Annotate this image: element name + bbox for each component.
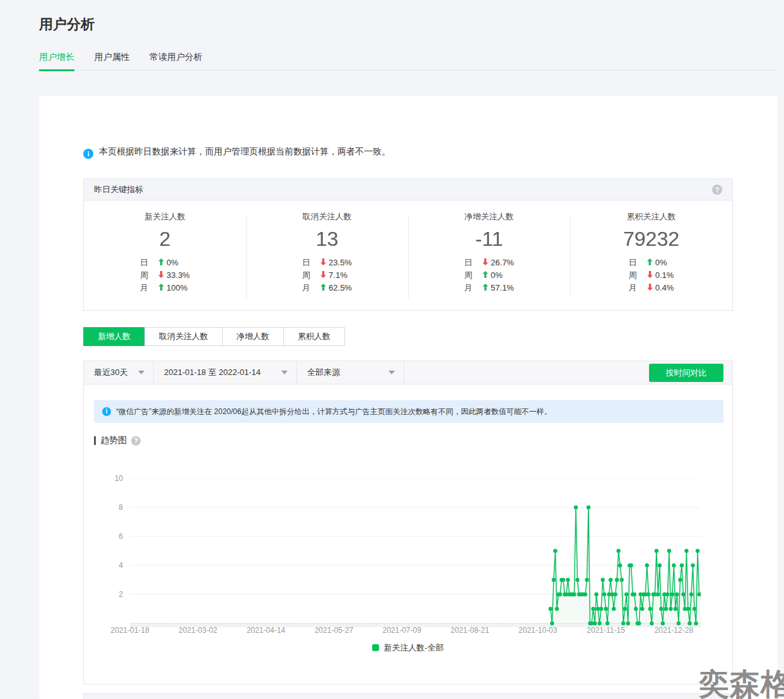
metric-stats: 日0% 周0.1% 月0.4%: [629, 257, 674, 294]
x-axis-label: 2021-10-03: [518, 626, 557, 635]
trend-arrow-icon: [320, 284, 326, 291]
stat-period: 月: [302, 283, 310, 292]
y-axis-label: 8: [105, 503, 123, 512]
stat-period: 日: [464, 258, 472, 267]
stat-period: 日: [302, 258, 310, 267]
stat-row-week: 周33.3%: [140, 269, 190, 282]
source-value: 全部来源: [307, 367, 340, 378]
ad-notice-text: “微信广告”来源的新增关注在 2020/06起从其他中拆分给出，计算方式与广告主…: [116, 407, 552, 417]
next-section-panel: [83, 693, 733, 699]
stat-value: 57.1%: [491, 283, 514, 292]
metric-label: 累积关注人数: [570, 211, 732, 222]
chevron-down-icon: [389, 371, 395, 374]
metric-stats: 日26.7% 周0% 月57.1%: [464, 257, 514, 294]
page-notice-text: 本页根据昨日数据来计算，而用户管理页根据当前数据计算，两者不一致。: [99, 146, 390, 156]
chevron-down-icon: [281, 371, 288, 374]
date-range-value: 2021-01-18 至 2022-01-14: [164, 367, 260, 378]
range-preset-value: 最近30天: [94, 367, 127, 378]
trend-arrow-icon: [158, 271, 164, 278]
watermark: 奕森格: [699, 664, 784, 699]
metric-value: -11: [408, 228, 570, 251]
trend-chart-header: 趋势图 ?: [94, 435, 141, 446]
metric-unfollowers: 取消关注人数 13 日23.5% 周7.1% 月62.5%: [246, 200, 408, 310]
top-tab-bar: 用户增长 用户属性 常读用户分析: [39, 50, 778, 71]
stat-value: 0%: [491, 270, 503, 280]
x-axis-label: 2021-04-14: [247, 626, 285, 635]
x-axis-label: 2021-03-02: [178, 626, 217, 635]
trend-arrow-icon: [483, 271, 488, 278]
y-axis-label: 6: [105, 532, 123, 541]
metric-label: 净增关注人数: [408, 211, 570, 222]
stat-period: 月: [140, 283, 148, 292]
metrics-panel-header: 昨日关键指标 ?: [84, 179, 732, 200]
stat-period: 周: [464, 270, 472, 280]
trend-arrow-icon: [483, 284, 488, 291]
stat-value: 0.1%: [655, 270, 674, 280]
x-axis-label: 2021-05-27: [315, 626, 353, 635]
metric-tab-net[interactable]: 净增人数: [222, 327, 284, 346]
ad-source-notice: i“微信广告”来源的新增关注在 2020/06起从其他中拆分给出，计算方式与广告…: [94, 400, 723, 423]
metric-value: 13: [246, 228, 408, 251]
metric-stats: 日0% 周33.3% 月100%: [140, 257, 190, 294]
x-axis-label: 2021-12-28: [655, 626, 693, 635]
stat-period: 周: [629, 270, 637, 280]
stat-row-day: 日0%: [629, 257, 674, 269]
metric-net-followers: 净增关注人数 -11 日26.7% 周0% 月57.1%: [408, 200, 570, 310]
stat-value: 23.5%: [329, 258, 352, 267]
trend-arrow-icon: [158, 284, 164, 291]
page-title: 用户分析: [39, 15, 95, 34]
y-axis-label: 2: [105, 590, 123, 599]
metric-value: 2: [84, 228, 246, 251]
trend-arrow-icon: [158, 258, 164, 265]
section-marker: [94, 436, 96, 445]
date-range-picker[interactable]: 2021-01-18 至 2022-01-14: [154, 361, 297, 384]
stat-value: 0%: [655, 258, 667, 267]
y-axis-label: 10: [105, 474, 123, 483]
x-axis-label: 2021-08-21: [450, 626, 489, 635]
stat-period: 月: [629, 283, 637, 292]
metrics-panel-title: 昨日关键指标: [94, 184, 143, 195]
trend-arrow-icon: [483, 258, 488, 265]
metric-value: 79232: [570, 228, 732, 251]
filter-bar: 最近30天 2021-01-18 至 2022-01-14 全部来源 按时间对比: [84, 361, 732, 384]
x-axis-label: 2021-01-18: [110, 626, 149, 635]
chart-legend: 新关注人数-全部: [84, 642, 732, 654]
metric-tab-bar: 新增人数 取消关注人数 净增人数 累积人数: [83, 327, 345, 346]
help-icon[interactable]: ?: [712, 185, 722, 195]
chevron-down-icon: [138, 371, 144, 374]
metric-new-followers: 新关注人数 2 日0% 周33.3% 月100%: [84, 200, 246, 310]
tab-user-attributes[interactable]: 用户属性: [94, 50, 129, 69]
trend-arrow-icon: [320, 258, 326, 265]
stat-value: 100%: [167, 283, 187, 292]
trend-arrow-icon: [647, 284, 653, 291]
page-notice: i本页根据昨日数据来计算，而用户管理页根据当前数据计算，两者不一致。: [83, 146, 390, 159]
trend-chart-title: 趋势图: [100, 435, 127, 446]
range-preset-dropdown[interactable]: 最近30天: [84, 361, 154, 384]
metric-tab-total[interactable]: 累积人数: [283, 327, 345, 346]
x-axis-label: 2021-11-15: [587, 626, 625, 635]
info-icon: i: [102, 407, 111, 416]
content-card: i本页根据昨日数据来计算，而用户管理页根据当前数据计算，两者不一致。 昨日关键指…: [39, 96, 778, 699]
stat-row-month: 月100%: [140, 282, 190, 294]
trend-line-plot: [130, 478, 701, 630]
metric-tab-new[interactable]: 新增人数: [83, 327, 145, 346]
stat-value: 33.3%: [167, 270, 190, 280]
compare-by-time-button[interactable]: 按时间对比: [649, 364, 723, 382]
source-dropdown[interactable]: 全部来源: [297, 361, 404, 384]
stat-value: 62.5%: [329, 283, 352, 292]
stat-row-week: 周0%: [464, 269, 514, 282]
metric-stats: 日23.5% 周7.1% 月62.5%: [302, 257, 352, 294]
stat-value: 7.1%: [329, 270, 348, 280]
x-axis-label: 2021-07-09: [382, 626, 421, 635]
legend-label: 新关注人数-全部: [383, 643, 443, 652]
stat-row-month: 月0.4%: [629, 282, 674, 294]
metric-tab-unfollow[interactable]: 取消关注人数: [144, 327, 223, 346]
stat-row-day: 日23.5%: [302, 257, 352, 269]
help-icon[interactable]: ?: [131, 436, 141, 446]
metric-label: 新关注人数: [84, 211, 246, 222]
metric-label: 取消关注人数: [246, 211, 408, 222]
trend-arrow-icon: [320, 271, 326, 278]
stat-row-month: 月62.5%: [302, 282, 352, 294]
tab-frequent-reader-analysis[interactable]: 常读用户分析: [149, 50, 202, 69]
tab-user-growth[interactable]: 用户增长: [39, 50, 74, 71]
